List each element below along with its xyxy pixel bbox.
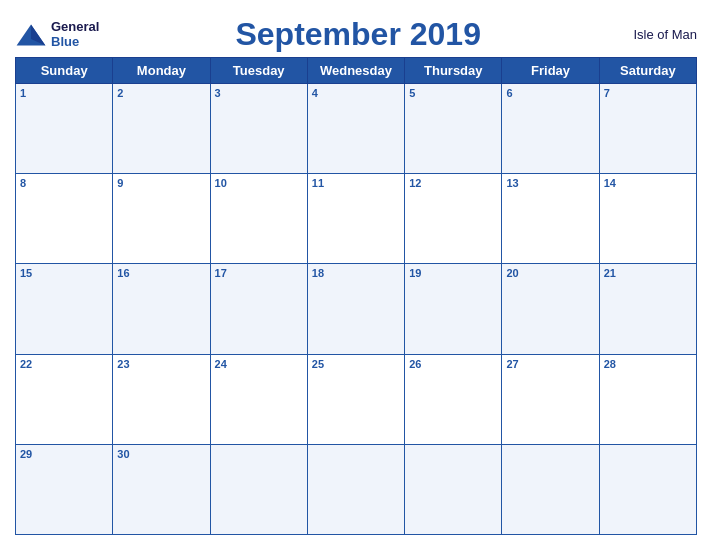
calendar-cell: 0	[502, 444, 599, 534]
date-number: 15	[20, 267, 108, 280]
calendar-cell: 0	[210, 444, 307, 534]
calendar-cell: 23	[113, 354, 210, 444]
calendar-cell: 27	[502, 354, 599, 444]
calendar-header: General Blue September 2019 Isle of Man	[15, 10, 697, 57]
date-number: 12	[409, 177, 497, 190]
calendar-cell: 17	[210, 264, 307, 354]
calendar-cell: 4	[307, 84, 404, 174]
col-friday: Friday	[502, 58, 599, 84]
logo-general-text: General	[51, 20, 99, 34]
date-number: 2	[117, 87, 205, 100]
calendar-cell: 5	[405, 84, 502, 174]
col-monday: Monday	[113, 58, 210, 84]
calendar-cell: 0	[307, 444, 404, 534]
calendar-cell: 10	[210, 174, 307, 264]
calendar-row: 15161718192021	[16, 264, 697, 354]
generalblue-logo-icon	[15, 23, 47, 47]
col-sunday: Sunday	[16, 58, 113, 84]
calendar-row: 293000000	[16, 444, 697, 534]
date-number: 16	[117, 267, 205, 280]
calendar-body: 1234567891011121314151617181920212223242…	[16, 84, 697, 535]
col-thursday: Thursday	[405, 58, 502, 84]
calendar-cell: 16	[113, 264, 210, 354]
calendar-cell: 26	[405, 354, 502, 444]
date-number: 0	[312, 448, 400, 460]
calendar-cell: 25	[307, 354, 404, 444]
date-number: 27	[506, 358, 594, 371]
calendar-cell: 12	[405, 174, 502, 264]
calendar-row: 891011121314	[16, 174, 697, 264]
date-number: 22	[20, 358, 108, 371]
calendar-cell: 14	[599, 174, 696, 264]
date-number: 0	[506, 448, 594, 460]
date-number: 28	[604, 358, 692, 371]
calendar-cell: 24	[210, 354, 307, 444]
date-number: 23	[117, 358, 205, 371]
col-saturday: Saturday	[599, 58, 696, 84]
date-number: 19	[409, 267, 497, 280]
date-number: 9	[117, 177, 205, 190]
calendar-cell: 3	[210, 84, 307, 174]
date-number: 0	[604, 448, 692, 460]
calendar-row: 22232425262728	[16, 354, 697, 444]
date-number: 30	[117, 448, 205, 461]
calendar-cell: 18	[307, 264, 404, 354]
month-title: September 2019	[99, 16, 617, 53]
date-number: 7	[604, 87, 692, 100]
calendar-cell: 21	[599, 264, 696, 354]
date-number: 11	[312, 177, 400, 190]
date-number: 18	[312, 267, 400, 280]
calendar-cell: 1	[16, 84, 113, 174]
date-number: 24	[215, 358, 303, 371]
calendar-cell: 20	[502, 264, 599, 354]
date-number: 10	[215, 177, 303, 190]
calendar-cell: 28	[599, 354, 696, 444]
calendar-cell: 13	[502, 174, 599, 264]
date-number: 0	[215, 448, 303, 460]
calendar-cell: 9	[113, 174, 210, 264]
date-number: 6	[506, 87, 594, 100]
calendar-cell: 6	[502, 84, 599, 174]
calendar-row: 1234567	[16, 84, 697, 174]
date-number: 8	[20, 177, 108, 190]
weekday-header-row: Sunday Monday Tuesday Wednesday Thursday…	[16, 58, 697, 84]
date-number: 14	[604, 177, 692, 190]
date-number: 13	[506, 177, 594, 190]
logo-area: General Blue	[15, 20, 99, 49]
date-number: 21	[604, 267, 692, 280]
date-number: 20	[506, 267, 594, 280]
col-tuesday: Tuesday	[210, 58, 307, 84]
calendar-cell: 2	[113, 84, 210, 174]
region-label: Isle of Man	[617, 27, 697, 42]
date-number: 17	[215, 267, 303, 280]
date-number: 3	[215, 87, 303, 100]
calendar-table: Sunday Monday Tuesday Wednesday Thursday…	[15, 57, 697, 535]
calendar-cell: 19	[405, 264, 502, 354]
date-number: 29	[20, 448, 108, 461]
calendar-cell: 7	[599, 84, 696, 174]
logo-blue-text: Blue	[51, 35, 99, 49]
date-number: 1	[20, 87, 108, 100]
calendar-cell: 11	[307, 174, 404, 264]
calendar-cell: 0	[599, 444, 696, 534]
calendar-cell: 15	[16, 264, 113, 354]
col-wednesday: Wednesday	[307, 58, 404, 84]
calendar-cell: 29	[16, 444, 113, 534]
calendar-cell: 22	[16, 354, 113, 444]
date-number: 5	[409, 87, 497, 100]
date-number: 26	[409, 358, 497, 371]
date-number: 4	[312, 87, 400, 100]
calendar-cell: 30	[113, 444, 210, 534]
calendar-cell: 8	[16, 174, 113, 264]
date-number: 0	[409, 448, 497, 460]
date-number: 25	[312, 358, 400, 371]
calendar-cell: 0	[405, 444, 502, 534]
